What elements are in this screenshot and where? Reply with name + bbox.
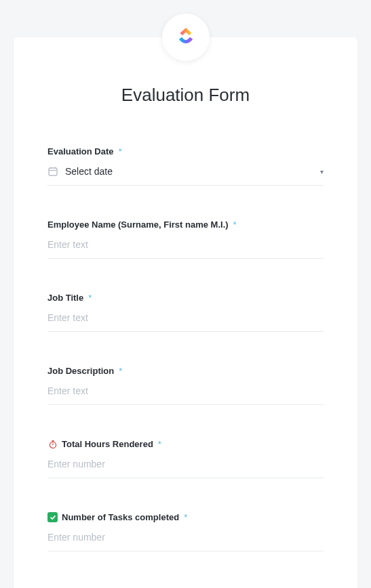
required-marker: * (158, 439, 161, 449)
field-label: Employee Name (Surname, First name M.I.)… (47, 219, 324, 230)
chevron-down-icon: ▾ (320, 168, 324, 175)
logo-circle (162, 14, 210, 61)
field-label: Job Description* (47, 366, 324, 376)
label-text: Evaluation Date (47, 146, 114, 156)
label-text: Job Title (47, 293, 83, 303)
input-row (47, 312, 324, 332)
input-row (47, 385, 324, 405)
total-hours-input[interactable] (47, 459, 324, 469)
required-marker: * (88, 293, 92, 303)
required-marker: * (119, 366, 122, 376)
clickup-logo-icon (174, 24, 197, 50)
required-marker: * (119, 146, 122, 156)
field-label: Number of Tasks completed* (47, 512, 324, 522)
form-title: Evaluation Form (47, 85, 324, 106)
field-job-title: Job Title* (47, 293, 324, 332)
stopwatch-icon (47, 439, 58, 449)
label-text: Number of Tasks completed (62, 512, 179, 522)
employee-name-input[interactable] (47, 239, 324, 250)
field-job-description: Job Description* (47, 366, 324, 405)
form-card: Evaluation Form Evaluation Date* Select … (14, 37, 357, 588)
calendar-icon (47, 166, 58, 177)
label-text: Total Hours Rendered (62, 439, 153, 449)
job-title-input[interactable] (47, 312, 324, 323)
field-employee-name: Employee Name (Surname, First name M.I.)… (47, 219, 324, 259)
checkmark-badge-icon (47, 512, 58, 522)
required-marker: * (184, 512, 187, 522)
input-row (47, 459, 324, 478)
required-marker: * (233, 219, 237, 230)
tasks-completed-input[interactable] (47, 532, 324, 543)
field-label: Job Title* (47, 293, 324, 303)
field-total-hours: Total Hours Rendered* (47, 439, 324, 478)
job-description-input[interactable] (47, 385, 324, 396)
label-text: Employee Name (Surname, First name M.I.) (47, 219, 229, 230)
svg-rect-0 (49, 168, 57, 175)
date-placeholder: Select date (65, 166, 313, 177)
field-tasks-completed: Number of Tasks completed* (47, 512, 324, 551)
input-row (47, 239, 324, 259)
input-row (47, 532, 324, 551)
field-evaluation-date: Evaluation Date* Select date ▾ (47, 146, 324, 186)
field-label: Evaluation Date* (47, 146, 324, 156)
field-label: Total Hours Rendered* (47, 439, 324, 449)
date-picker[interactable]: Select date ▾ (47, 166, 324, 186)
label-text: Job Description (47, 366, 114, 376)
